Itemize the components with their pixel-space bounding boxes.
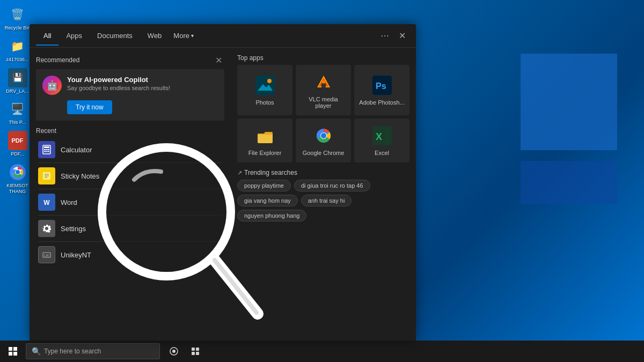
photoshop-label: Adobe Photosh...	[359, 99, 404, 106]
recent-item-word[interactable]: W Word	[36, 189, 224, 215]
trending-tag-4[interactable]: nguyen phuong hang	[237, 210, 306, 221]
unikey-icon: UK	[38, 246, 55, 263]
svg-text:UK: UK	[44, 254, 49, 257]
tabs-actions: ⋯ ✕	[377, 28, 409, 43]
recent-item-word-label: Word	[61, 198, 77, 206]
sticky-notes-icon	[38, 167, 55, 184]
svg-point-28	[322, 80, 325, 84]
photos-icon	[254, 75, 276, 96]
desktop-icon-drive[interactable]: 💾 DRV_LA...	[2, 66, 33, 97]
top-apps-section: Top apps	[237, 54, 409, 162]
right-column: Top apps	[231, 48, 416, 341]
svg-rect-11	[48, 151, 49, 152]
recommended-card-text: Your AI-powered Copilot Say goodbye to e…	[67, 76, 170, 91]
vlc-icon	[313, 71, 334, 93]
recent-item-calculator[interactable]: Calculator	[36, 137, 224, 162]
desktop-icon-pc[interactable]: 🖥️ This P...	[2, 97, 33, 128]
tab-more[interactable]: More ▾	[169, 26, 198, 45]
recent-item-sticky-label: Sticky Notes	[61, 172, 99, 180]
recent-item-unikey-label: UnikeyNT	[61, 251, 91, 259]
app-tile-explorer[interactable]: File Explorer	[237, 119, 292, 162]
tab-documents[interactable]: Documents	[90, 26, 140, 45]
start-button[interactable]	[0, 341, 26, 362]
left-column: Recommended ✕ 🤖 Your AI-powered Copilot …	[30, 48, 231, 341]
desktop: 🗑️ Recycle Bin 📁 z417036... 💾 DRV_LA... …	[0, 0, 644, 362]
tab-web[interactable]: Web	[140, 26, 170, 45]
svg-point-22	[267, 79, 272, 83]
svg-rect-10	[46, 151, 48, 152]
svg-point-3	[16, 170, 20, 174]
photoshop-icon: Ps	[371, 75, 393, 96]
app-tile-excel[interactable]: X X Excel	[354, 119, 409, 162]
close-panel-button[interactable]: ✕	[394, 28, 409, 43]
trending-tag-1[interactable]: di giua troi ruc ro tap 46	[294, 180, 370, 191]
settings-icon	[38, 220, 55, 237]
desktop-icon-chrome[interactable]: KIEMSOT THANG	[2, 160, 33, 197]
recommended-close-button[interactable]: ✕	[213, 54, 224, 66]
try-it-now-button[interactable]: Try it now	[67, 100, 112, 114]
search-panel: All Apps Documents Web More ▾ ⋯ ✕ Recomm…	[30, 24, 416, 341]
tab-more-arrow-icon: ▾	[191, 33, 194, 39]
word-icon: W	[38, 194, 55, 211]
tab-all[interactable]: All	[36, 26, 58, 45]
svg-text:X: X	[376, 131, 382, 142]
copilot-subtitle: Say goodbye to endless search results!	[67, 85, 170, 91]
recent-item-unikey[interactable]: UK UnikeyNT	[36, 242, 224, 268]
task-view-button[interactable]	[164, 342, 184, 361]
explorer-label: File Explorer	[248, 150, 282, 156]
svg-text:W: W	[43, 199, 50, 206]
svg-point-44	[172, 350, 175, 353]
recent-item-sticky-notes[interactable]: Sticky Notes	[36, 163, 224, 189]
panel-body: Recommended ✕ 🤖 Your AI-powered Copilot …	[30, 48, 416, 341]
taskbar-search-text: Type here to search	[44, 348, 101, 355]
recommended-card: 🤖 Your AI-powered Copilot Say goodbye to…	[36, 69, 224, 121]
svg-rect-48	[196, 352, 199, 355]
trending-section: ↗ Trending searches poppy playtime di gi…	[237, 169, 409, 221]
trending-tag-2[interactable]: gia vang hom nay	[237, 195, 298, 206]
desktop-icon-pdf[interactable]: PDF PDF...	[2, 129, 33, 159]
copilot-title: Your AI-powered Copilot	[67, 76, 170, 84]
recent-item-settings-label: Settings	[61, 225, 86, 233]
app-tile-photoshop[interactable]: Ps Adobe Photosh...	[354, 65, 409, 115]
desktop-icon-recycle[interactable]: 🗑️ Recycle Bin	[2, 3, 33, 33]
svg-rect-8	[48, 149, 49, 150]
snap-button[interactable]	[186, 342, 205, 361]
chrome-icon	[313, 125, 334, 146]
trending-tags-container: poppy playtime di giua troi ruc ro tap 4…	[237, 180, 409, 221]
svg-rect-20	[255, 76, 275, 95]
vlc-label: VLC media player	[300, 96, 347, 109]
photos-label: Photos	[255, 99, 274, 106]
svg-rect-46	[196, 348, 199, 351]
svg-rect-27	[321, 83, 326, 87]
recommended-title: Recommended	[36, 56, 79, 64]
svg-rect-9	[44, 151, 46, 152]
ellipsis-button[interactable]: ⋯	[377, 28, 392, 43]
taskbar-search-box[interactable]: 🔍 Type here to search	[26, 343, 160, 359]
app-tile-vlc[interactable]: VLC media player	[296, 65, 351, 115]
svg-rect-47	[192, 352, 195, 355]
svg-rect-32	[258, 134, 273, 143]
copilot-icon: 🤖	[42, 76, 62, 95]
svg-rect-7	[46, 149, 48, 150]
top-apps-title: Top apps	[237, 54, 409, 62]
app-tile-photos[interactable]: Photos	[237, 65, 292, 115]
svg-text:Ps: Ps	[376, 82, 386, 91]
svg-rect-45	[192, 348, 195, 351]
recent-item-settings[interactable]: Settings	[36, 216, 224, 241]
svg-rect-6	[44, 149, 46, 150]
tab-bar: All Apps Documents Web More ▾ ⋯ ✕	[30, 24, 416, 48]
svg-rect-5	[44, 146, 49, 148]
trending-tag-3[interactable]: anh trai say hi	[301, 195, 352, 206]
trending-tag-0[interactable]: poppy playtime	[237, 180, 291, 191]
taskbar-search-icon: 🔍	[32, 347, 41, 356]
app-tile-chrome[interactable]: Google Chrome	[296, 119, 351, 162]
trending-title-container: ↗ Trending searches	[237, 169, 409, 176]
calculator-icon	[38, 141, 55, 158]
recent-section: Recent	[36, 127, 224, 268]
recommended-section: Recommended ✕ 🤖 Your AI-powered Copilot …	[36, 54, 224, 121]
start-icon	[9, 347, 17, 356]
desktop-icon-folder[interactable]: 📁 z417036...	[2, 34, 33, 65]
chrome-label: Google Chrome	[303, 150, 345, 156]
win-logo-decoration	[510, 43, 617, 204]
tab-apps[interactable]: Apps	[58, 26, 90, 45]
